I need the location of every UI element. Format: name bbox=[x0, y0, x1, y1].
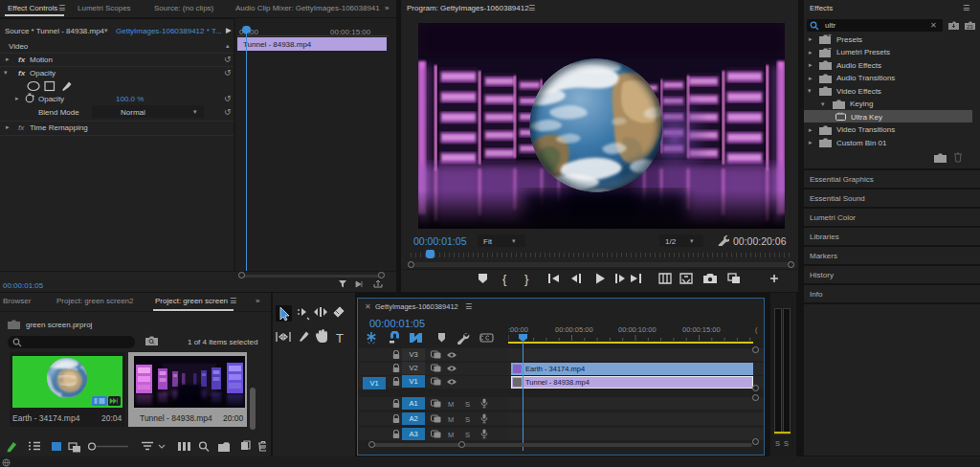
svg-text:{: { bbox=[502, 272, 507, 286]
svg-text:23: 23 bbox=[967, 24, 973, 30]
svg-text:}: } bbox=[524, 272, 529, 286]
svg-text:T: T bbox=[336, 331, 344, 345]
